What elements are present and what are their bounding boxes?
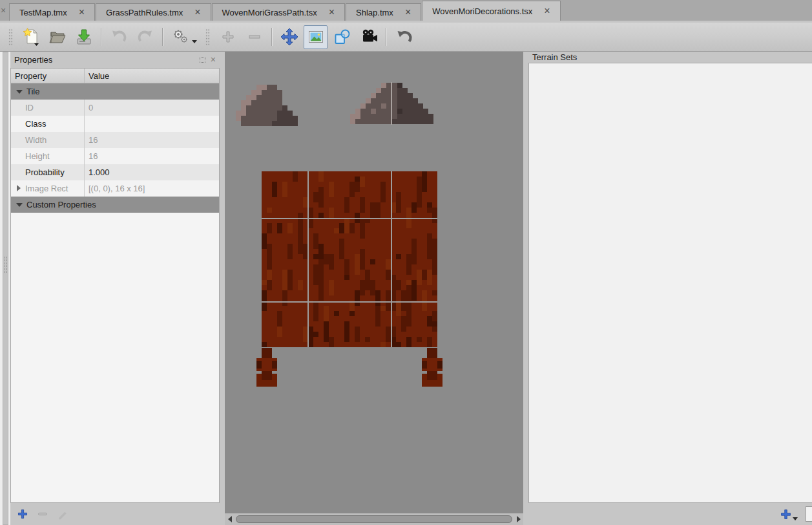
properties-title: Properties — [14, 55, 200, 65]
property-name: Probability — [11, 164, 85, 180]
tab-label: Shlap.tmx — [356, 8, 393, 17]
property-name: Height — [11, 148, 85, 164]
animation-editor-tool[interactable] — [357, 25, 380, 49]
toolbar-separator — [386, 28, 386, 46]
return-arrow-icon — [395, 28, 412, 45]
property-row-height[interactable]: Height16 — [11, 148, 219, 164]
toolbar-separator — [101, 28, 101, 46]
property-row-image-rect[interactable]: Image Rect[(0, 0), 16 x 16] — [11, 180, 219, 197]
terrain-sets-list[interactable] — [528, 63, 812, 503]
property-value[interactable]: [(0, 0), 16 x 16] — [85, 184, 219, 193]
open-folder-icon — [48, 28, 67, 46]
redo-icon — [137, 28, 154, 45]
property-row-width[interactable]: Width16 — [11, 132, 219, 148]
property-value[interactable]: 1.000 — [85, 167, 219, 177]
add-tiles-button[interactable] — [216, 25, 240, 49]
tab-close-icon[interactable]: × — [405, 9, 411, 16]
panel-splitter[interactable] — [220, 52, 225, 525]
property-group-tile[interactable]: Tile — [11, 83, 219, 100]
terrain-sets-panel: Terrain Sets — [528, 52, 812, 525]
undo-icon — [110, 28, 127, 45]
remove-tiles-button[interactable] — [242, 25, 266, 49]
chevron-right-icon[interactable] — [17, 185, 21, 191]
back-button[interactable] — [391, 25, 415, 49]
tab-close-icon[interactable]: × — [194, 9, 200, 16]
close-panel-icon[interactable]: × — [211, 57, 216, 63]
property-row-probability[interactable]: Probability1.000 — [11, 164, 219, 180]
horizontal-scrollbar — [225, 513, 523, 525]
tab-bar: × TestMap.tmx×GrassPathRules.tmx×WovenMo… — [0, 0, 812, 21]
close-icon[interactable]: × — [1, 5, 7, 16]
property-name: ID — [11, 100, 85, 116]
edit-property-button[interactable] — [57, 508, 68, 520]
chevron-down-icon — [793, 517, 798, 520]
panel-splitter[interactable] — [523, 52, 528, 525]
plus-icon — [221, 30, 235, 44]
terrain-sets-title: Terrain Sets — [532, 52, 577, 62]
property-group-custom-properties[interactable]: Custom Properties — [11, 197, 219, 213]
terrain-footer — [528, 503, 812, 525]
properties-footer — [10, 503, 220, 525]
tileset-image-tool[interactable] — [304, 25, 328, 49]
chevron-down-icon[interactable] — [16, 203, 23, 207]
property-value[interactable]: 16 — [85, 151, 219, 161]
main-toolbar — [0, 23, 812, 52]
collision-editor-tool[interactable] — [330, 25, 354, 49]
square-circle-icon — [334, 28, 351, 45]
toolbar-drag-handle[interactable] — [8, 28, 13, 45]
property-name: Class — [11, 116, 85, 132]
add-property-button[interactable] — [17, 508, 28, 520]
arrow-right-icon — [517, 516, 521, 522]
column-header-value: Value — [85, 71, 219, 81]
save-icon — [75, 28, 93, 46]
tab-label: WovenMoriDecorations.tsx — [432, 6, 532, 16]
open-file-button[interactable] — [45, 25, 69, 49]
execute-command-button[interactable] — [168, 25, 192, 49]
tab-Shlap.tmx[interactable]: Shlap.tmx× — [346, 3, 421, 21]
float-panel-icon[interactable] — [200, 57, 205, 63]
redo-button[interactable] — [133, 25, 157, 49]
tab-TestMap.tmx[interactable]: TestMap.tmx× — [9, 3, 95, 21]
chevron-down-icon[interactable] — [192, 40, 197, 43]
tab-close-icon[interactable]: × — [544, 8, 550, 14]
minus-icon — [247, 30, 262, 44]
tab-label: WovenMoriGrassPath.tsx — [222, 8, 317, 17]
tab-close-icon[interactable]: × — [329, 9, 335, 16]
save-button[interactable] — [72, 25, 96, 49]
tab-label: TestMap.tmx — [19, 8, 67, 17]
tab-WovenMoriDecorations.tsx[interactable]: WovenMoriDecorations.tsx× — [422, 1, 560, 21]
new-file-icon — [21, 27, 41, 47]
scroll-right-button[interactable] — [514, 513, 523, 525]
tileset-view — [225, 52, 523, 513]
tab-WovenMoriGrassPath.tsx[interactable]: WovenMoriGrassPath.tsx× — [212, 3, 345, 21]
property-value[interactable]: 0 — [85, 103, 219, 112]
toolbar-separator — [271, 28, 272, 46]
move-tool[interactable] — [277, 25, 301, 49]
new-file-button[interactable] — [19, 25, 43, 49]
chevron-down-icon[interactable] — [16, 90, 23, 94]
property-value[interactable]: 16 — [85, 135, 219, 145]
drag-dots-icon — [4, 256, 8, 273]
tab-GrassPathRules.tmx[interactable]: GrassPathRules.tmx× — [96, 3, 211, 21]
scrollbar-thumb[interactable] — [236, 515, 512, 523]
arrow-left-icon — [228, 516, 232, 522]
table-header: Property Value — [11, 69, 219, 83]
tileset-canvas[interactable] — [225, 52, 523, 513]
movie-camera-icon — [360, 28, 378, 46]
property-row-class[interactable]: Class — [11, 116, 219, 132]
column-header-property: Property — [11, 69, 85, 83]
tab-label: GrassPathRules.tmx — [106, 8, 183, 17]
add-terrain-set-button[interactable] — [780, 508, 798, 520]
property-name: Image Rect — [11, 180, 85, 197]
property-row-id[interactable]: ID0 — [11, 100, 219, 116]
partial-button[interactable] — [806, 506, 812, 522]
dock-handle[interactable] — [3, 52, 8, 525]
toolbar-drag-handle[interactable] — [205, 28, 210, 45]
image-icon — [307, 28, 324, 45]
scroll-left-button[interactable] — [225, 513, 234, 525]
left-dock-area — [0, 52, 10, 525]
remove-property-button[interactable] — [37, 508, 48, 520]
scrollbar-track[interactable] — [234, 513, 514, 525]
undo-button[interactable] — [107, 25, 130, 49]
tab-close-icon[interactable]: × — [79, 9, 85, 16]
